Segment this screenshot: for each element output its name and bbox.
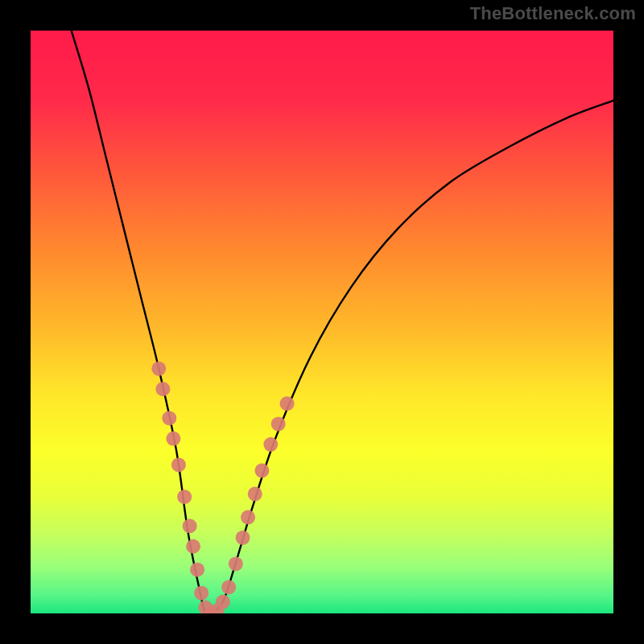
data-point-marker — [263, 437, 278, 452]
data-point-marker — [183, 518, 197, 533]
watermark-label: TheBottleneck.com — [470, 3, 636, 24]
data-point-markers — [151, 361, 294, 613]
chart-svg — [31, 31, 613, 613]
data-point-marker — [236, 530, 250, 545]
data-point-marker — [194, 586, 208, 601]
data-point-marker — [280, 396, 295, 411]
data-point-marker — [155, 382, 170, 396]
data-point-marker — [229, 556, 243, 571]
data-point-marker — [216, 595, 230, 609]
data-point-marker — [177, 489, 192, 504]
data-point-marker — [254, 464, 269, 478]
plot-area — [31, 31, 613, 613]
data-point-marker — [271, 417, 286, 431]
data-point-marker — [151, 361, 166, 376]
data-point-marker — [171, 457, 186, 472]
chart-container: TheBottleneck.com — [0, 0, 644, 644]
data-point-marker — [248, 487, 262, 502]
data-point-marker — [190, 563, 204, 577]
data-point-marker — [166, 431, 180, 446]
data-point-marker — [241, 510, 255, 525]
data-point-marker — [162, 411, 176, 425]
data-point-marker — [221, 580, 236, 594]
bottleneck-curve — [72, 31, 613, 613]
data-point-marker — [186, 539, 200, 554]
